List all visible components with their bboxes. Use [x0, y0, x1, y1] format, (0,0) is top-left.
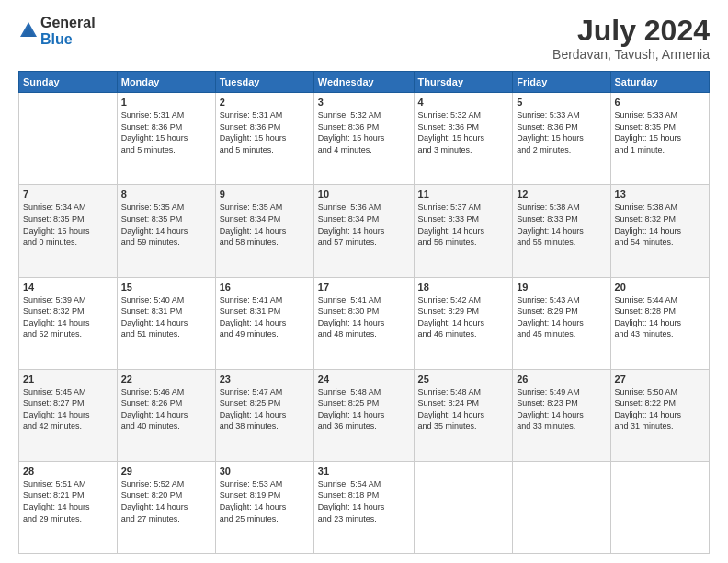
day-number: 19: [517, 282, 606, 293]
day-number: 28: [23, 465, 113, 477]
day-number: 13: [615, 189, 705, 200]
calendar-cell: 4Sunrise: 5:32 AMSunset: 8:36 PMDaylight…: [414, 93, 513, 185]
day-info: Sunrise: 5:39 AMSunset: 8:32 PMDaylight:…: [23, 294, 113, 340]
calendar-cell: 12Sunrise: 5:38 AMSunset: 8:33 PMDayligh…: [513, 185, 610, 277]
logo-general-text: General: [40, 15, 96, 31]
day-info: Sunrise: 5:44 AMSunset: 8:28 PMDaylight:…: [615, 294, 705, 340]
calendar-cell: 26Sunrise: 5:49 AMSunset: 8:23 PMDayligh…: [513, 369, 610, 461]
day-info: Sunrise: 5:41 AMSunset: 8:31 PMDaylight:…: [220, 294, 310, 340]
day-number: 16: [220, 282, 310, 293]
calendar-cell: 10Sunrise: 5:36 AMSunset: 8:34 PMDayligh…: [313, 185, 414, 277]
day-number: 18: [418, 282, 509, 293]
calendar-cell: 19Sunrise: 5:43 AMSunset: 8:29 PMDayligh…: [513, 277, 610, 369]
header-cell-wednesday: Wednesday: [313, 72, 414, 93]
header: General Blue July 2024 Berdavan, Tavush,…: [18, 15, 710, 62]
header-row: SundayMondayTuesdayWednesdayThursdayFrid…: [19, 72, 710, 93]
calendar-table: SundayMondayTuesdayWednesdayThursdayFrid…: [18, 71, 710, 554]
day-number: 23: [220, 373, 310, 385]
day-number: 30: [220, 465, 310, 477]
day-number: 20: [615, 282, 705, 293]
day-info: Sunrise: 5:38 AMSunset: 8:32 PMDaylight:…: [615, 201, 705, 247]
calendar-cell: 20Sunrise: 5:44 AMSunset: 8:28 PMDayligh…: [610, 277, 709, 369]
calendar-cell: 17Sunrise: 5:41 AMSunset: 8:30 PMDayligh…: [313, 277, 414, 369]
calendar-cell: 31Sunrise: 5:54 AMSunset: 8:18 PMDayligh…: [313, 461, 414, 553]
day-info: Sunrise: 5:53 AMSunset: 8:19 PMDaylight:…: [220, 478, 310, 524]
header-cell-tuesday: Tuesday: [215, 72, 313, 93]
day-number: 10: [318, 189, 410, 200]
calendar-cell: 5Sunrise: 5:33 AMSunset: 8:36 PMDaylight…: [513, 93, 610, 185]
calendar-cell: 28Sunrise: 5:51 AMSunset: 8:21 PMDayligh…: [19, 461, 118, 553]
day-number: 24: [318, 373, 410, 385]
day-info: Sunrise: 5:40 AMSunset: 8:31 PMDaylight:…: [121, 294, 211, 340]
logo-text: General Blue: [40, 15, 96, 47]
day-number: 2: [220, 97, 310, 108]
calendar-cell: 29Sunrise: 5:52 AMSunset: 8:20 PMDayligh…: [117, 461, 215, 553]
calendar-cell: 22Sunrise: 5:46 AMSunset: 8:26 PMDayligh…: [117, 369, 215, 461]
day-number: 11: [418, 189, 509, 200]
calendar-body: 1Sunrise: 5:31 AMSunset: 8:36 PMDaylight…: [19, 93, 710, 554]
day-info: Sunrise: 5:42 AMSunset: 8:29 PMDaylight:…: [418, 294, 509, 340]
day-info: Sunrise: 5:50 AMSunset: 8:22 PMDaylight:…: [615, 386, 705, 432]
day-info: Sunrise: 5:46 AMSunset: 8:26 PMDaylight:…: [121, 386, 211, 432]
logo: General Blue: [18, 15, 96, 47]
day-info: Sunrise: 5:41 AMSunset: 8:30 PMDaylight:…: [318, 294, 410, 340]
calendar-cell: 23Sunrise: 5:47 AMSunset: 8:25 PMDayligh…: [215, 369, 313, 461]
day-info: Sunrise: 5:35 AMSunset: 8:35 PMDaylight:…: [121, 201, 211, 247]
day-number: 27: [615, 373, 705, 385]
calendar-cell: 11Sunrise: 5:37 AMSunset: 8:33 PMDayligh…: [414, 185, 513, 277]
day-number: 14: [23, 282, 113, 293]
calendar-cell: 15Sunrise: 5:40 AMSunset: 8:31 PMDayligh…: [117, 277, 215, 369]
calendar-cell: [19, 93, 118, 185]
day-number: 5: [517, 97, 606, 108]
title-block: July 2024 Berdavan, Tavush, Armenia: [552, 15, 710, 62]
day-number: 22: [121, 373, 211, 385]
calendar-cell: 21Sunrise: 5:45 AMSunset: 8:27 PMDayligh…: [19, 369, 118, 461]
calendar-week-0: 1Sunrise: 5:31 AMSunset: 8:36 PMDaylight…: [19, 93, 710, 185]
calendar-cell: [513, 461, 610, 553]
calendar-cell: [610, 461, 709, 553]
day-info: Sunrise: 5:49 AMSunset: 8:23 PMDaylight:…: [517, 386, 606, 432]
calendar-cell: 25Sunrise: 5:48 AMSunset: 8:24 PMDayligh…: [414, 369, 513, 461]
calendar-cell: 7Sunrise: 5:34 AMSunset: 8:35 PMDaylight…: [19, 185, 118, 277]
header-cell-thursday: Thursday: [414, 72, 513, 93]
calendar-cell: 24Sunrise: 5:48 AMSunset: 8:25 PMDayligh…: [313, 369, 414, 461]
calendar-cell: 14Sunrise: 5:39 AMSunset: 8:32 PMDayligh…: [19, 277, 118, 369]
day-info: Sunrise: 5:54 AMSunset: 8:18 PMDaylight:…: [318, 478, 410, 524]
day-number: 9: [220, 189, 310, 200]
calendar-week-1: 7Sunrise: 5:34 AMSunset: 8:35 PMDaylight…: [19, 185, 710, 277]
day-info: Sunrise: 5:35 AMSunset: 8:34 PMDaylight:…: [220, 201, 310, 247]
logo-blue-text: Blue: [40, 31, 96, 48]
day-number: 12: [517, 189, 606, 200]
calendar-cell: [414, 461, 513, 553]
day-number: 15: [121, 282, 211, 293]
calendar-cell: 2Sunrise: 5:31 AMSunset: 8:36 PMDaylight…: [215, 93, 313, 185]
day-info: Sunrise: 5:38 AMSunset: 8:33 PMDaylight:…: [517, 201, 606, 247]
day-info: Sunrise: 5:51 AMSunset: 8:21 PMDaylight:…: [23, 478, 113, 524]
calendar-cell: 3Sunrise: 5:32 AMSunset: 8:36 PMDaylight…: [313, 93, 414, 185]
day-number: 8: [121, 189, 211, 200]
header-cell-monday: Monday: [117, 72, 215, 93]
day-info: Sunrise: 5:31 AMSunset: 8:36 PMDaylight:…: [220, 109, 310, 155]
day-number: 7: [23, 189, 113, 200]
calendar-cell: 16Sunrise: 5:41 AMSunset: 8:31 PMDayligh…: [215, 277, 313, 369]
day-info: Sunrise: 5:48 AMSunset: 8:25 PMDaylight:…: [318, 386, 410, 432]
day-info: Sunrise: 5:33 AMSunset: 8:35 PMDaylight:…: [615, 109, 705, 155]
calendar-week-2: 14Sunrise: 5:39 AMSunset: 8:32 PMDayligh…: [19, 277, 710, 369]
logo-icon: [18, 20, 39, 40]
calendar-cell: 18Sunrise: 5:42 AMSunset: 8:29 PMDayligh…: [414, 277, 513, 369]
calendar-header: SundayMondayTuesdayWednesdayThursdayFrid…: [19, 72, 710, 93]
day-number: 6: [615, 97, 705, 108]
day-info: Sunrise: 5:37 AMSunset: 8:33 PMDaylight:…: [418, 201, 509, 247]
day-info: Sunrise: 5:31 AMSunset: 8:36 PMDaylight:…: [121, 109, 211, 155]
day-info: Sunrise: 5:45 AMSunset: 8:27 PMDaylight:…: [23, 386, 113, 432]
calendar-cell: 13Sunrise: 5:38 AMSunset: 8:32 PMDayligh…: [610, 185, 709, 277]
day-info: Sunrise: 5:43 AMSunset: 8:29 PMDaylight:…: [517, 294, 606, 340]
day-number: 26: [517, 373, 606, 385]
day-number: 4: [418, 97, 509, 108]
calendar-cell: 1Sunrise: 5:31 AMSunset: 8:36 PMDaylight…: [117, 93, 215, 185]
day-info: Sunrise: 5:48 AMSunset: 8:24 PMDaylight:…: [418, 386, 509, 432]
day-number: 17: [318, 282, 410, 293]
calendar-cell: 6Sunrise: 5:33 AMSunset: 8:35 PMDaylight…: [610, 93, 709, 185]
day-number: 29: [121, 465, 211, 477]
day-number: 25: [418, 373, 509, 385]
